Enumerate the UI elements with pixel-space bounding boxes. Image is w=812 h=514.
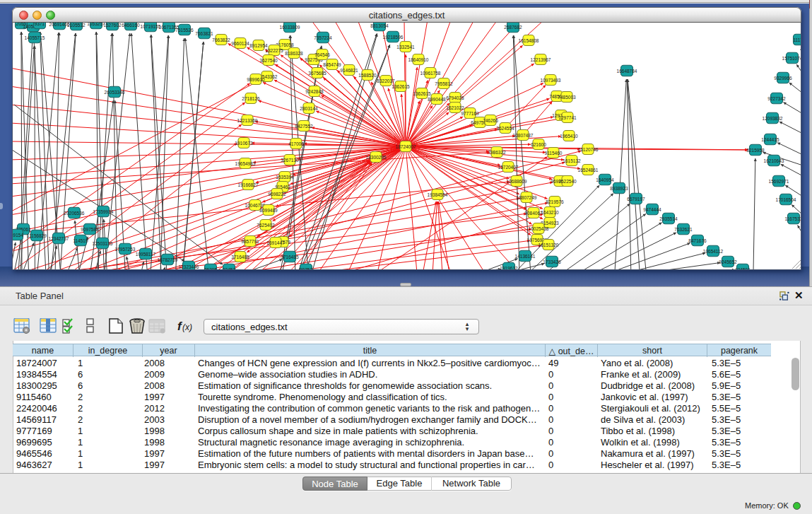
- svg-text:12093832: 12093832: [763, 116, 783, 121]
- svg-text:8938923: 8938923: [610, 186, 628, 191]
- svg-text:3716485: 3716485: [281, 255, 299, 259]
- svg-text:1527602: 1527602: [103, 23, 122, 28]
- svg-text:8215958: 8215958: [746, 148, 765, 153]
- svg-text:16648784: 16648784: [617, 69, 637, 74]
- svg-text:1535394: 1535394: [276, 175, 294, 180]
- svg-text:92452: 92452: [223, 267, 235, 271]
- svg-text:3716485: 3716485: [231, 255, 249, 259]
- svg-text:1362615: 1362615: [413, 91, 431, 96]
- svg-text:12213967: 12213967: [531, 57, 551, 62]
- svg-text:1322275: 1322275: [265, 48, 283, 53]
- svg-text:1167533: 1167533: [785, 216, 801, 221]
- svg-text:2718126: 2718126: [242, 96, 260, 101]
- svg-text:1362615: 1362615: [392, 84, 410, 89]
- svg-text:9329966: 9329966: [774, 76, 792, 81]
- svg-text:9097588: 9097588: [81, 227, 99, 232]
- svg-text:16524861: 16524861: [578, 168, 599, 173]
- svg-text:39154: 39154: [13, 233, 23, 238]
- svg-text:1588520: 1588520: [358, 73, 377, 78]
- svg-text:18724007: 18724007: [396, 144, 416, 149]
- svg-text:1919612: 1919612: [500, 266, 518, 271]
- svg-text:16151320: 16151320: [539, 243, 559, 247]
- svg-text:14055715: 14055715: [25, 35, 45, 40]
- svg-text:16033809: 16033809: [280, 25, 300, 30]
- svg-text:7663822: 7663822: [212, 37, 230, 42]
- svg-text:11170: 11170: [793, 37, 801, 42]
- svg-text:9245652: 9245652: [719, 259, 737, 264]
- svg-text:2687682: 2687682: [504, 25, 522, 30]
- svg-text:1910673: 1910673: [235, 141, 253, 146]
- svg-text:17016504: 17016504: [776, 197, 796, 202]
- svg-text:2935514: 2935514: [659, 216, 678, 221]
- svg-text:10807487: 10807487: [513, 133, 534, 138]
- svg-text:10654112: 10654112: [703, 249, 724, 254]
- svg-text:9899610: 9899610: [247, 77, 265, 82]
- svg-text:12503135: 12503135: [93, 241, 113, 246]
- svg-text:10046736: 10046736: [245, 203, 266, 208]
- svg-text:3627540: 3627540: [259, 58, 278, 63]
- svg-text:12323446: 12323446: [179, 264, 199, 269]
- svg-text:9371: 9371: [35, 23, 45, 26]
- svg-text:6794028: 6794028: [446, 95, 464, 100]
- svg-text:7485003: 7485003: [558, 95, 576, 100]
- svg-text:764546: 764546: [314, 52, 330, 57]
- svg-text:(x): (x): [182, 322, 192, 332]
- svg-text:3624554: 3624554: [496, 126, 514, 131]
- svg-text:417006: 417006: [288, 141, 304, 146]
- svg-text:8427552: 8427552: [295, 124, 313, 129]
- svg-text:1733426: 1733426: [543, 259, 561, 264]
- svg-text:90753: 90753: [300, 267, 312, 271]
- svg-text:1332541: 1332541: [396, 45, 415, 49]
- svg-text:10025438: 10025438: [529, 226, 549, 231]
- svg-text:2105532: 2105532: [67, 23, 86, 28]
- svg-text:9146821: 9146821: [340, 68, 358, 73]
- svg-text:8990448: 8990448: [428, 97, 446, 102]
- svg-text:15751074: 15751074: [782, 56, 801, 61]
- svg-text:10719155: 10719155: [141, 24, 161, 29]
- svg-text:2803144: 2803144: [300, 106, 318, 111]
- svg-text:8813054: 8813054: [370, 23, 389, 28]
- svg-text:746266: 746266: [483, 118, 498, 123]
- svg-text:9227342: 9227342: [767, 96, 786, 101]
- svg-text:6466160: 6466160: [122, 23, 140, 28]
- svg-text:1640954: 1640954: [596, 177, 614, 182]
- svg-text:8454749: 8454749: [323, 62, 341, 67]
- svg-text:6679197: 6679197: [627, 197, 645, 201]
- svg-text:1621022: 1621022: [446, 105, 464, 110]
- svg-text:9660124: 9660124: [231, 41, 249, 46]
- svg-text:7986322: 7986322: [488, 150, 506, 155]
- svg-text:2522540: 2522540: [558, 179, 577, 184]
- svg-text:14136141: 14136141: [515, 254, 536, 259]
- svg-text:9242848: 9242848: [305, 89, 324, 94]
- svg-text:9474444: 9474444: [643, 207, 661, 212]
- svg-text:10688609: 10688609: [507, 179, 527, 184]
- svg-text:17359934: 17359934: [93, 209, 114, 214]
- svg-text:19654983: 19654983: [235, 161, 256, 166]
- svg-text:8186328: 8186328: [285, 51, 303, 56]
- svg-text:7515526: 7515526: [175, 28, 194, 33]
- svg-text:16782759: 16782759: [158, 257, 178, 262]
- svg-text:19384554: 19384554: [428, 192, 448, 197]
- svg-text:3267130: 3267130: [281, 158, 299, 163]
- svg-text:10973493: 10973493: [541, 78, 561, 83]
- svg-text:1053257: 1053257: [87, 23, 105, 26]
- svg-text:7357224: 7357224: [314, 35, 332, 40]
- svg-text:621600: 621600: [531, 142, 546, 147]
- svg-text:17957253: 17957253: [115, 247, 136, 252]
- svg-text:16154808: 16154808: [519, 38, 539, 43]
- svg-text:1244415: 1244415: [761, 137, 779, 142]
- svg-text:8471676: 8471676: [688, 238, 707, 243]
- svg-text:18300295: 18300295: [366, 155, 387, 160]
- svg-text:9084067: 9084067: [524, 211, 543, 216]
- svg-text:114519: 114519: [73, 238, 88, 243]
- svg-text:11156829: 11156829: [27, 233, 47, 238]
- svg-text:1643210: 1643210: [541, 210, 559, 215]
- svg-text:1965410: 1965410: [560, 134, 578, 139]
- svg-text:7632621: 7632621: [674, 227, 693, 232]
- svg-text:18807249: 18807249: [517, 195, 537, 200]
- svg-text:12342737: 12342737: [49, 236, 69, 241]
- svg-text:20206536: 20206536: [64, 211, 85, 216]
- svg-text:1615132: 1615132: [563, 158, 581, 163]
- svg-text:12213369: 12213369: [237, 118, 258, 123]
- svg-text:9115460: 9115460: [545, 151, 563, 156]
